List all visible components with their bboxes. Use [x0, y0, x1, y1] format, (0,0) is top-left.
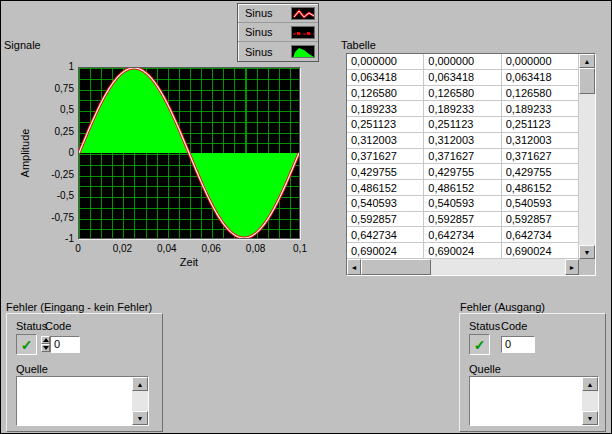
front-panel: Sinus Sinus Sinus Signale — [0, 0, 612, 434]
up-arrow-icon — [43, 338, 49, 342]
error-out-code-field: 0 — [501, 336, 535, 353]
table-vertical-scrollbar[interactable]: ▲ ▼ — [579, 54, 595, 259]
error-out-source-field: ▲ ▼ — [469, 376, 599, 426]
error-in-source-scrollbar[interactable]: ▲ ▼ — [132, 377, 148, 425]
table-cell: 0,690024 — [502, 243, 579, 259]
legend-item[interactable]: Sinus — [238, 23, 318, 42]
error-in-status-label: Status — [16, 320, 47, 332]
table-cell: 0,690024 — [424, 243, 501, 259]
y-tick-label: -0,5 — [57, 190, 74, 201]
x-axis-ticks: 00,020,040,060,080,1 — [78, 243, 300, 255]
error-out-status-indicator: ✓ — [469, 334, 490, 355]
table-cell: 0,371627 — [502, 149, 579, 165]
table-cell: 0,592857 — [424, 212, 501, 228]
table-cell: 0,592857 — [347, 212, 424, 228]
vertical-scroll-thumb[interactable] — [579, 68, 595, 94]
decrement-button[interactable] — [41, 344, 50, 352]
error-in-title: Fehler (Eingang - kein Fehler) — [6, 301, 152, 313]
table-cell: 0,251123 — [502, 117, 579, 133]
table-cell: 0,189233 — [424, 101, 501, 117]
table-cell: 0,429755 — [502, 164, 579, 180]
legend-item-label: Sinus — [245, 26, 273, 38]
legend-item-label: Sinus — [245, 46, 273, 58]
table-cell: 0,486152 — [424, 180, 501, 196]
plot-style-filled-icon[interactable] — [291, 45, 315, 58]
error-out-source-scrollbar[interactable]: ▲ ▼ — [582, 377, 598, 425]
waveform-graph: Amplitude 10,750,50,250-0,25-0,5-0,75-1 … — [9, 51, 311, 271]
table-cell: 0,429755 — [424, 164, 501, 180]
table-cell: 0,312003 — [347, 133, 424, 149]
y-axis-ticks: 10,750,50,250-0,25-0,5-0,75-1 — [14, 67, 74, 239]
table-cell: 0,251123 — [347, 117, 424, 133]
x-tick-label: 0,04 — [157, 243, 176, 254]
scroll-up-button[interactable]: ▲ — [579, 54, 595, 68]
table-cell: 0,063418 — [424, 70, 501, 86]
table-cell: 0,592857 — [502, 212, 579, 228]
down-arrow-icon — [43, 346, 49, 350]
y-tick-label: -0,25 — [51, 169, 74, 180]
table-cell: 0,371627 — [424, 149, 501, 165]
y-tick-label: -0,75 — [51, 212, 74, 223]
x-tick-label: 0,06 — [201, 243, 220, 254]
increment-button[interactable] — [41, 336, 50, 344]
table-cell: 0,000000 — [502, 54, 579, 70]
scroll-right-button[interactable]: ► — [565, 259, 579, 275]
x-tick-label: 0 — [75, 243, 81, 254]
scroll-left-button[interactable]: ◄ — [347, 259, 361, 275]
table-cell: 0,486152 — [347, 180, 424, 196]
table-horizontal-scrollbar[interactable]: ◄ ► — [347, 259, 579, 275]
table-cell: 0,063418 — [347, 70, 424, 86]
table-cell: 0,189233 — [502, 101, 579, 117]
error-in-source-label: Quelle — [16, 363, 48, 375]
table-cell: 0,312003 — [424, 133, 501, 149]
plot-legend: Sinus Sinus Sinus — [237, 3, 319, 62]
plot-style-line-icon[interactable] — [291, 7, 315, 20]
x-tick-label: 0,08 — [246, 243, 265, 254]
check-icon: ✓ — [21, 338, 33, 352]
scroll-down-button[interactable]: ▼ — [579, 245, 595, 259]
error-in-code-label: Code — [45, 320, 71, 332]
legend-item[interactable]: Sinus — [238, 42, 318, 61]
error-in-source-text[interactable] — [17, 377, 132, 425]
table-cell: 0,126580 — [347, 86, 424, 102]
error-out-code-label: Code — [501, 320, 527, 332]
table-cell: 0,063418 — [502, 70, 579, 86]
scroll-down-button[interactable]: ▼ — [132, 411, 148, 425]
table-cell: 0,540593 — [424, 196, 501, 212]
legend-item[interactable]: Sinus — [238, 4, 318, 23]
plot-area — [78, 67, 300, 239]
table-cell: 0,126580 — [424, 86, 501, 102]
error-out-cluster: Status Code ✓ 0 Quelle ▲ ▼ — [459, 313, 606, 432]
table-cell: 0,371627 — [347, 149, 424, 165]
table-title: Tabelle — [341, 39, 376, 51]
x-axis-label: Zeit — [180, 256, 198, 268]
x-tick-label: 0,02 — [113, 243, 132, 254]
error-in-status-indicator[interactable]: ✓ — [16, 334, 37, 355]
table-cell: 0,642734 — [502, 227, 579, 243]
y-tick-label: 0,25 — [55, 126, 74, 137]
plot-style-dashed-icon[interactable] — [291, 26, 315, 39]
scroll-down-button[interactable]: ▼ — [582, 411, 598, 425]
error-in-source-field[interactable]: ▲ ▼ — [16, 376, 149, 426]
table: 0,0000000,0000000,0000000,0634180,063418… — [346, 53, 596, 276]
scrollbar-corner — [579, 259, 595, 275]
scroll-up-button[interactable]: ▲ — [132, 377, 148, 391]
scroll-up-button[interactable]: ▲ — [582, 377, 598, 391]
error-in-code-spinner — [41, 336, 50, 353]
table-cell: 0,690024 — [347, 243, 424, 259]
sine-wave-plot — [79, 68, 299, 238]
table-cell: 0,000000 — [424, 54, 501, 70]
check-icon: ✓ — [474, 338, 486, 352]
error-in-cluster: Status Code ✓ 0 Quelle ▲ ▼ — [6, 313, 163, 432]
table-cell: 0,486152 — [502, 180, 579, 196]
table-cell: 0,126580 — [502, 86, 579, 102]
y-tick-label: 1 — [68, 61, 74, 72]
table-cell: 0,642734 — [424, 227, 501, 243]
error-out-source-text — [470, 377, 582, 425]
y-tick-label: -1 — [65, 233, 74, 244]
horizontal-scroll-thumb[interactable] — [361, 259, 431, 275]
error-in-code-field[interactable]: 0 — [50, 336, 80, 353]
table-cell: 0,312003 — [502, 133, 579, 149]
y-tick-label: 0,75 — [55, 83, 74, 94]
y-tick-label: 0 — [68, 147, 74, 158]
